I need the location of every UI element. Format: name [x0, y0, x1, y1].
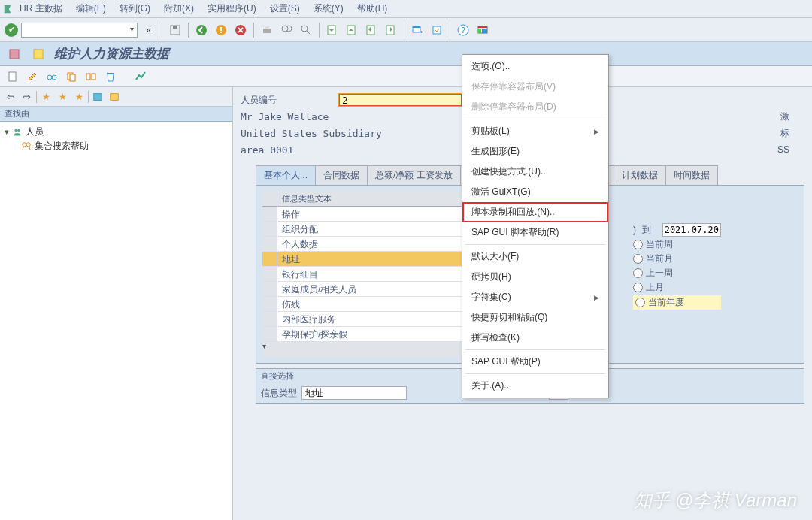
infotype-input[interactable] [301, 386, 407, 400]
app-toolbar [0, 66, 812, 87]
table-row[interactable]: 组织分配✔ [262, 222, 492, 237]
tree-child[interactable]: 集合搜索帮助 [5, 139, 232, 153]
svg-rect-23 [10, 50, 19, 59]
range-icon[interactable] [83, 68, 99, 85]
svg-text:?: ? [461, 26, 465, 35]
radio-last-month[interactable] [633, 283, 643, 292]
menu-item[interactable]: 实用程序(U) [208, 2, 256, 15]
back-icon[interactable]: « [141, 22, 157, 38]
table-row[interactable]: 地址✔ [262, 252, 492, 267]
layout-icon[interactable] [474, 22, 491, 38]
radio-cur-month[interactable] [633, 254, 643, 264]
tab-payroll[interactable]: 总额/净额 工资发放 [367, 165, 461, 185]
last-page-icon[interactable] [383, 22, 399, 38]
radio-cur-week[interactable] [633, 240, 643, 249]
copy-icon[interactable] [63, 68, 80, 85]
command-field[interactable] [21, 23, 138, 38]
overview-icon[interactable] [132, 68, 149, 85]
ctx-item[interactable]: 硬拷贝(H) [462, 267, 608, 287]
svg-point-9 [301, 26, 308, 32]
sidebar: ⇦ ⇨ ★ ★ ★ 查找由 ▾ 人员 集合搜索帮助 [0, 87, 233, 520]
date-to-input[interactable] [662, 223, 721, 237]
pn-label: 人员编号 [241, 94, 338, 107]
cancel-icon[interactable] [232, 22, 249, 38]
menu-item[interactable]: 设置(S) [270, 2, 300, 15]
first-page-icon[interactable] [324, 22, 341, 38]
title-icon2[interactable] [30, 46, 47, 62]
table-row[interactable]: 个人数据✔ [262, 237, 492, 252]
tab-contract[interactable]: 合同数据 [315, 165, 368, 185]
menubar: HR 主数据 编辑(E) 转到(G) 附加(X) 实用程序(U) 设置(S) 系… [0, 0, 812, 18]
name-value: Mr Jake Wallace [241, 111, 329, 122]
menu-item[interactable]: HR 主数据 [20, 2, 62, 15]
fav3-icon[interactable]: ★ [71, 89, 86, 104]
menu-item[interactable]: 附加(X) [164, 2, 194, 15]
collapse-icon[interactable]: ▾ [5, 127, 9, 137]
title-icon1[interactable] [6, 46, 23, 62]
glasses-icon[interactable] [44, 68, 60, 85]
save-icon[interactable] [167, 22, 183, 38]
ctx-item[interactable]: 默认大小(F) [462, 246, 608, 267]
tool1-icon[interactable] [90, 89, 105, 104]
table-row[interactable]: 伤残 [262, 297, 492, 312]
table-row[interactable]: 内部医疗服务 [262, 312, 492, 327]
area-value: area 0001 [241, 144, 293, 156]
prev-page-icon[interactable] [344, 22, 360, 38]
menu-item[interactable]: 编辑(E) [76, 2, 106, 15]
find-label: 查找由 [0, 107, 232, 122]
ctx-item[interactable]: SAP GUI 脚本帮助(R) [462, 222, 608, 243]
ctx-item[interactable]: 拼写检查(K) [462, 328, 608, 348]
ctx-item[interactable]: 脚本录制和回放.(N).. [462, 202, 608, 222]
pencil-icon[interactable] [24, 68, 41, 85]
help-icon[interactable]: ? [455, 22, 471, 38]
print-icon[interactable] [259, 22, 275, 38]
next-page-icon[interactable] [363, 22, 380, 38]
ctx-item[interactable]: 生成图形(E) [462, 141, 608, 162]
svg-point-38 [26, 142, 30, 146]
doc-icon[interactable] [5, 68, 21, 85]
nav-left-icon[interactable]: ⇦ [3, 89, 18, 104]
tab-plan[interactable]: 计划数据 [614, 165, 666, 185]
right3: SS [777, 144, 789, 155]
radio-cur-year[interactable] [635, 298, 645, 307]
exit-icon[interactable] [213, 22, 229, 38]
radio-last-week[interactable] [633, 268, 643, 278]
tab-personal[interactable]: 基本个人... [256, 165, 316, 185]
menu-item[interactable]: 转到(G) [120, 2, 150, 15]
pn-input[interactable] [338, 93, 462, 107]
fav1-icon[interactable]: ★ [38, 89, 53, 104]
nav-right-icon[interactable]: ⇨ [20, 89, 35, 104]
ctx-item[interactable]: 创建快捷方式.(U).. [462, 162, 608, 182]
ctx-item[interactable]: 快捷剪切和粘贴(Q) [462, 307, 608, 328]
enter-icon[interactable]: ✔ [5, 23, 18, 37]
trash-icon[interactable] [102, 68, 119, 85]
ctx-item[interactable]: 选项.(O).. [462, 56, 608, 77]
ctx-item[interactable]: 剪贴板(L)▶ [462, 121, 608, 141]
shortcut-icon[interactable] [429, 22, 445, 38]
main-toolbar: ✔ « ? [0, 18, 812, 42]
menu-item[interactable]: 帮助(H) [357, 2, 388, 15]
tree-root[interactable]: ▾ 人员 [5, 125, 232, 139]
ctx-item[interactable]: SAP GUI 帮助(P) [462, 352, 608, 372]
table-row[interactable]: 家庭成员/相关人员 [262, 282, 492, 297]
svg-point-26 [47, 75, 52, 80]
svg-rect-1 [173, 26, 177, 29]
find-next-icon[interactable] [298, 22, 314, 38]
ctx-item[interactable]: 字符集(C)▶ [462, 287, 608, 307]
menu-arrow-icon[interactable] [3, 3, 14, 14]
table-row[interactable]: 孕期保护/探亲假 [262, 327, 492, 342]
ctx-item[interactable]: 激活 GuiXT(G) [462, 182, 608, 202]
tool2-icon[interactable] [107, 89, 122, 104]
find-icon[interactable] [278, 22, 295, 38]
scroll-down-icon[interactable]: ▾ [262, 342, 266, 357]
menu-item[interactable]: 系统(Y) [314, 2, 344, 15]
back-nav-icon[interactable] [193, 22, 210, 38]
table-row[interactable]: 操作✔ [262, 207, 492, 222]
fav2-icon[interactable]: ★ [55, 89, 70, 104]
ctx-item[interactable]: 关于.(A).. [462, 376, 608, 396]
table-row[interactable]: 银行细目 [262, 267, 492, 282]
new-session-icon[interactable] [409, 22, 426, 38]
tree: ▾ 人员 集合搜索帮助 [0, 122, 232, 153]
tab-time[interactable]: 时间数据 [665, 165, 718, 185]
person-icon [12, 127, 23, 138]
